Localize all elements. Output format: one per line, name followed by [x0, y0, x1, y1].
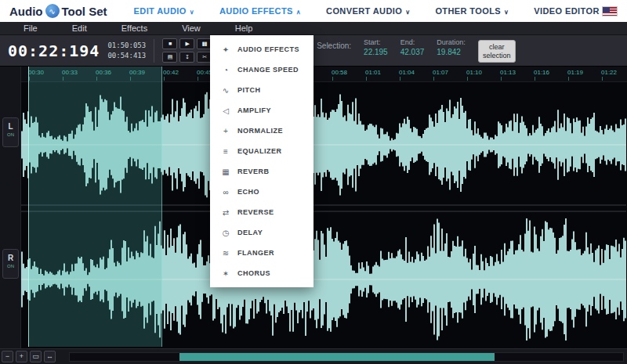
chevron-down-icon: ∨: [405, 9, 410, 16]
right-channel-toggle[interactable]: R ON: [2, 249, 19, 279]
nav-video-editor[interactable]: VIDEO EDITOR: [534, 6, 599, 16]
menu-item-chorus[interactable]: ✶CHORUS: [210, 263, 314, 283]
timeline-tick: 01:07: [433, 69, 448, 76]
menu-item-normalize[interactable]: +NORMALIZE: [210, 121, 314, 141]
timeline-tick: 01:19: [567, 69, 583, 76]
remaining-time: 00:54:413: [107, 51, 146, 60]
chorus-icon: ✶: [219, 269, 232, 278]
current-time-display: 00:22:194: [8, 41, 100, 60]
equalizer-icon: ≡: [219, 147, 232, 156]
main-nav: EDIT AUDIO∨ AUDIO EFFECTS∧ CONVERT AUDIO…: [134, 6, 600, 16]
selection-end-value: 42.037: [400, 48, 425, 56]
timeline-tick: 01:01: [365, 69, 381, 76]
nav-edit-audio[interactable]: EDIT AUDIO∨: [134, 6, 194, 16]
bottom-bar: − + ▭ ↔: [0, 348, 627, 364]
nav-convert-audio[interactable]: CONVERT AUDIO∨: [326, 6, 410, 16]
pan-button[interactable]: ↔: [44, 351, 56, 362]
menu-item-flanger[interactable]: ≋FLANGER: [210, 243, 314, 263]
left-channel-toggle[interactable]: L ON: [2, 117, 19, 147]
selection-end: End: 42.037: [400, 38, 425, 56]
app-logo[interactable]: Audio ∿ Tool Set: [9, 4, 107, 18]
zoom-in-button[interactable]: +: [16, 351, 27, 362]
clear-selection-button[interactable]: clear selection: [478, 40, 516, 63]
selection-start-value: 22.195: [364, 48, 388, 56]
logo-text-audio: Audio: [9, 5, 43, 18]
scrollbar-thumb[interactable]: [179, 353, 495, 361]
divider: [154, 39, 154, 63]
stop-button[interactable]: ■: [162, 38, 177, 49]
menu-help[interactable]: Help: [218, 23, 270, 33]
timeline-tick: 00:58: [332, 69, 347, 76]
selection-start: Start: 22.195: [364, 38, 388, 56]
zoom-out-button[interactable]: −: [2, 351, 13, 362]
nav-audio-effects[interactable]: AUDIO EFFECTS∧: [219, 6, 301, 16]
menu-item-equalizer[interactable]: ≡EQUALIZER: [210, 141, 314, 161]
audio-effects-dropdown: ✦AUDIO EFFECTS ◔CHANGE SPEED ∿PITCH ◁AMP…: [210, 35, 314, 287]
chevron-up-icon: ∧: [296, 9, 301, 16]
speed-icon: ◔: [219, 66, 232, 74]
menu-item-change-speed[interactable]: ◔CHANGE SPEED: [210, 59, 314, 80]
selection-region[interactable]: [28, 67, 162, 347]
reverse-icon: ⇄: [219, 208, 232, 217]
logo-icon: ∿: [45, 4, 60, 18]
selection-info: Selection: Start: 22.195 End: 42.037 Dur…: [317, 38, 516, 63]
star-icon: ✦: [219, 45, 232, 54]
selection-duration-value: 19.842: [437, 48, 466, 56]
waveform-stage: 00:3000:3300:3600:3900:4200:4500:4800:52…: [0, 67, 627, 348]
menu-item-reverse[interactable]: ⇄REVERSE: [210, 202, 314, 222]
timeline-tick: 01:04: [399, 69, 415, 76]
toolbar: 00:22:194 01:50:053 00:54:413 ■ ▤ ▶ ↧ ▮▮…: [0, 35, 627, 67]
timeline-tick: 01:13: [500, 69, 516, 76]
app-header: Audio ∿ Tool Set EDIT AUDIO∨ AUDIO EFFEC…: [0, 0, 627, 22]
time-info: 01:50:053 00:54:413: [107, 41, 146, 59]
menu-effects[interactable]: Effects: [104, 23, 165, 33]
timeline-tick: 01:22: [601, 69, 617, 76]
menu-item-pitch[interactable]: ∿PITCH: [210, 80, 314, 100]
menu-edit[interactable]: Edit: [55, 23, 104, 33]
chevron-down-icon: ∨: [190, 9, 194, 16]
menu-view[interactable]: View: [165, 23, 218, 33]
save-button[interactable]: ↧: [179, 52, 194, 63]
nav-other-tools[interactable]: OTHER TOOLS∨: [435, 6, 509, 16]
new-file-button[interactable]: ▤: [162, 52, 177, 63]
delay-icon: ◷: [219, 229, 232, 237]
menubar: File Edit Effects View Help: [0, 22, 627, 35]
normalize-icon: +: [219, 127, 232, 135]
channel-strip: L ON R ON: [0, 67, 21, 348]
total-time: 01:50:053: [107, 41, 146, 50]
play-button[interactable]: ▶: [179, 38, 194, 49]
echo-icon: ∞: [219, 188, 232, 196]
menu-item-audio-effects[interactable]: ✦AUDIO EFFECTS: [210, 39, 314, 59]
logo-text-toolset: Tool Set: [62, 5, 107, 18]
reverb-icon: ▦: [219, 168, 232, 176]
menu-file[interactable]: File: [6, 23, 55, 33]
menu-item-amplify[interactable]: ◁AMPLIFY: [210, 100, 314, 121]
pitch-icon: ∿: [219, 86, 232, 95]
us-flag-icon[interactable]: [602, 6, 618, 16]
timeline-tick: 01:10: [466, 69, 482, 76]
flanger-icon: ≋: [219, 249, 232, 258]
timeline-tick: 00:42: [163, 69, 179, 76]
menu-item-delay[interactable]: ◷DELAY: [210, 222, 314, 243]
menu-item-reverb[interactable]: ▦REVERB: [210, 161, 314, 182]
audio-tool-set-app: Audio ∿ Tool Set EDIT AUDIO∨ AUDIO EFFEC…: [0, 0, 627, 364]
selection-label: Selection:: [317, 38, 351, 50]
fit-view-button[interactable]: ▭: [30, 351, 42, 362]
menu-item-echo[interactable]: ∞ECHO: [210, 182, 314, 202]
horizontal-scrollbar[interactable]: [69, 352, 624, 362]
selection-duration: Duration: 19.842: [437, 38, 466, 56]
timeline-tick: 01:16: [534, 69, 549, 76]
amplify-icon: ◁: [219, 106, 232, 115]
chevron-down-icon: ∨: [504, 9, 509, 16]
